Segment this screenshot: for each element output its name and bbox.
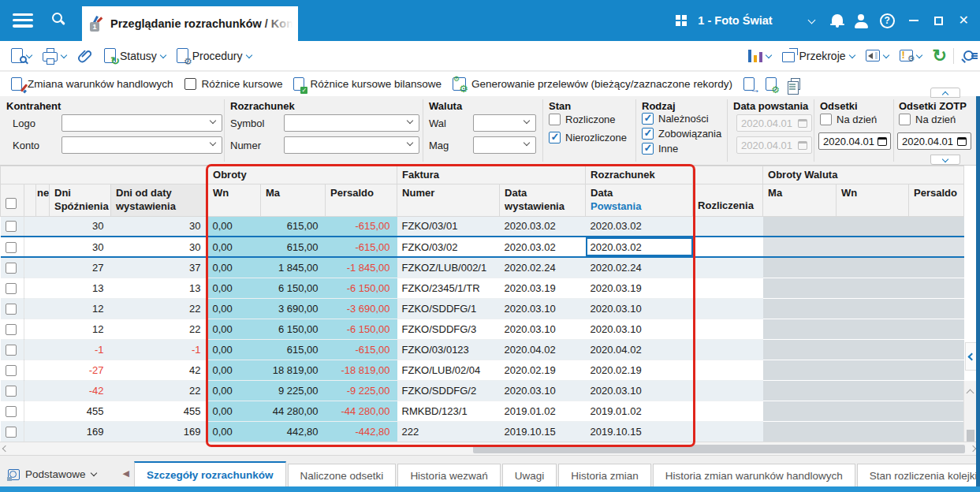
bottom-tab[interactable]: Szczegóły rozrachunków bbox=[134, 461, 286, 486]
document-settings-button[interactable] bbox=[766, 77, 777, 91]
cell-checkbox[interactable] bbox=[1, 237, 24, 257]
cell-wn[interactable]: 0,00 bbox=[208, 216, 261, 237]
table-row[interactable]: 13130,006 150,00-6 150,00FZKO/2345/1/TR2… bbox=[1, 278, 964, 298]
nierozliczone-checkbox[interactable]: Nierozliczone bbox=[549, 132, 627, 144]
cell-persaldo[interactable]: -44 280,00 bbox=[326, 401, 397, 421]
konto-dropdown[interactable] bbox=[61, 136, 222, 154]
table-row[interactable]: 30300,00615,00-615,00FZKO/03/012020.03.0… bbox=[1, 216, 964, 237]
cell-dni-od-daty[interactable]: 22 bbox=[111, 380, 208, 401]
cell-wn-waluta[interactable] bbox=[837, 278, 909, 298]
cell-checkbox[interactable] bbox=[1, 257, 24, 278]
cell-data-wystawienia[interactable]: 2019.01.02 bbox=[500, 401, 586, 421]
col-wn-waluta[interactable]: Wn bbox=[837, 184, 909, 216]
table-row[interactable]: 1691690,00442,80-442,802222019.10.152019… bbox=[1, 421, 964, 442]
cell-wn-waluta[interactable] bbox=[837, 339, 909, 360]
filter-collapse-down-button[interactable] bbox=[930, 155, 960, 165]
cell-rozliczenia[interactable] bbox=[693, 360, 763, 380]
cell-dni-od-daty[interactable]: 22 bbox=[111, 319, 208, 339]
cell-data-wystawienia[interactable]: 2020.03.02 bbox=[500, 237, 586, 257]
cell-rozliczenia[interactable] bbox=[693, 278, 763, 298]
cell-persaldo-waluta[interactable] bbox=[909, 360, 964, 380]
cell-checkbox[interactable] bbox=[1, 216, 24, 237]
cell-wn[interactable]: 0,00 bbox=[208, 319, 261, 339]
cell-persaldo[interactable]: -442,80 bbox=[326, 421, 397, 442]
row-checkbox[interactable] bbox=[6, 345, 17, 356]
select-all-checkbox-cell[interactable] bbox=[1, 184, 24, 216]
cell-spacer[interactable] bbox=[24, 278, 36, 298]
advanced-search-button[interactable] bbox=[963, 50, 974, 61]
cell-dni-od-daty[interactable]: 30 bbox=[111, 237, 208, 257]
cell-dni-spoznienia[interactable]: 13 bbox=[50, 278, 111, 298]
panel-toggle-button[interactable] bbox=[866, 50, 889, 62]
cell-checkbox[interactable] bbox=[1, 421, 24, 442]
cell-data-powstania[interactable]: 2019.01.02 bbox=[586, 401, 693, 421]
cell-ma[interactable]: 1 845,00 bbox=[261, 257, 326, 278]
cell-wn-waluta[interactable] bbox=[837, 216, 909, 237]
row-checkbox[interactable] bbox=[6, 427, 17, 438]
table-row[interactable]: -42220,009 225,00-9 225,00FZKO/SDDFG/220… bbox=[1, 380, 964, 401]
symbol-dropdown[interactable] bbox=[284, 114, 419, 132]
generowanie-przelewow-button[interactable]: Generowanie przelewów (bieżący/zaznaczon… bbox=[453, 77, 732, 91]
cell-persaldo[interactable]: -615,00 bbox=[326, 339, 397, 360]
horizontal-scrollbar[interactable]: ••• bbox=[0, 442, 980, 455]
cell-wn[interactable]: 0,00 bbox=[208, 339, 261, 360]
cell-numer[interactable]: FZKO/03/02 bbox=[397, 237, 500, 257]
cell-data-powstania[interactable]: 2020.03.02 bbox=[586, 237, 693, 257]
wal-dropdown[interactable] bbox=[473, 114, 536, 132]
cell-dni-od-daty[interactable]: 455 bbox=[111, 401, 208, 421]
cell-data-powstania[interactable]: 2020.02.19 bbox=[586, 360, 693, 380]
cell-checkbox[interactable] bbox=[1, 380, 24, 401]
cell-wn[interactable]: 0,00 bbox=[208, 257, 261, 278]
cell-wn-waluta[interactable] bbox=[837, 298, 909, 319]
cell-data-wystawienia[interactable]: 2019.10.15 bbox=[500, 421, 586, 442]
cell-spacer[interactable] bbox=[24, 339, 36, 360]
cell-checkbox[interactable] bbox=[1, 298, 24, 319]
row-checkbox[interactable] bbox=[6, 386, 17, 397]
col-data-powstania[interactable]: DataPowstania bbox=[586, 184, 693, 216]
cell-data-powstania[interactable]: 2020.03.02 bbox=[586, 216, 693, 237]
table-row[interactable]: 12220,003 690,00-3 690,00FZKO/SDDFG/1202… bbox=[1, 298, 964, 319]
cell-spacer[interactable] bbox=[24, 421, 36, 442]
col-dni-od-daty[interactable]: Dni od datywystawienia bbox=[111, 184, 208, 216]
cell-persaldo-waluta[interactable] bbox=[909, 319, 964, 339]
hamburger-menu-icon[interactable] bbox=[13, 13, 33, 28]
cell-ma[interactable]: 615,00 bbox=[261, 237, 326, 257]
cell-ne[interactable] bbox=[36, 319, 50, 339]
cell-persaldo[interactable]: -18 819,00 bbox=[326, 360, 397, 380]
table-row[interactable]: 12220,006 150,00-6 150,00FZKO/SDDFG/3202… bbox=[1, 319, 964, 339]
tabs-scroll-left-icon[interactable]: ◀ bbox=[123, 468, 129, 479]
cell-persaldo[interactable]: -615,00 bbox=[326, 237, 397, 257]
cell-persaldo-waluta[interactable] bbox=[909, 237, 964, 257]
row-checkbox[interactable] bbox=[6, 304, 17, 315]
bottom-tab[interactable]: Stan rozliczenia kolejki F bbox=[857, 464, 980, 486]
data-powstania-do-input[interactable]: 2020.04.01 bbox=[736, 136, 812, 154]
data-powstania-od-input[interactable]: 2020.04.01 bbox=[736, 114, 812, 132]
document-tab[interactable]: 1 Przeglądanie rozrachunków / Kont bbox=[82, 6, 298, 41]
cell-persaldo-waluta[interactable] bbox=[909, 278, 964, 298]
cell-spacer[interactable] bbox=[24, 401, 36, 421]
cell-rozliczenia[interactable] bbox=[693, 237, 763, 257]
inne-checkbox[interactable]: Inne bbox=[642, 143, 678, 155]
cell-wn[interactable]: 0,00 bbox=[208, 278, 261, 298]
cell-data-wystawienia[interactable]: 2020.03.19 bbox=[500, 278, 586, 298]
cell-wn[interactable]: 0,00 bbox=[208, 298, 261, 319]
cell-wn-waluta[interactable] bbox=[837, 319, 909, 339]
statusy-button[interactable]: ↻Statusy bbox=[104, 48, 166, 63]
cell-data-powstania[interactable]: 2020.03.10 bbox=[586, 380, 693, 401]
cell-dni-od-daty[interactable]: 169 bbox=[111, 421, 208, 442]
cell-dni-spoznienia[interactable]: -1 bbox=[50, 339, 111, 360]
cell-rozliczenia[interactable] bbox=[693, 216, 763, 237]
select-all-checkbox[interactable] bbox=[6, 198, 17, 209]
alerts-settings-button[interactable]: !⚙ bbox=[900, 50, 922, 62]
col-persaldo[interactable]: Persaldo bbox=[326, 184, 397, 216]
cell-wn[interactable]: 0,00 bbox=[208, 401, 261, 421]
cell-ne[interactable] bbox=[36, 421, 50, 442]
cell-persaldo[interactable]: -3 690,00 bbox=[326, 298, 397, 319]
cell-numer[interactable]: 222 bbox=[397, 421, 500, 442]
cell-rozliczenia[interactable] bbox=[693, 298, 763, 319]
cell-persaldo-waluta[interactable] bbox=[909, 401, 964, 421]
col-dni-spoznienia[interactable]: DniSpóźnienia bbox=[50, 184, 111, 216]
cell-numer[interactable]: FZKO/03/0123 bbox=[397, 339, 500, 360]
cell-persaldo[interactable]: -6 150,00 bbox=[326, 319, 397, 339]
row-checkbox[interactable] bbox=[6, 263, 17, 274]
